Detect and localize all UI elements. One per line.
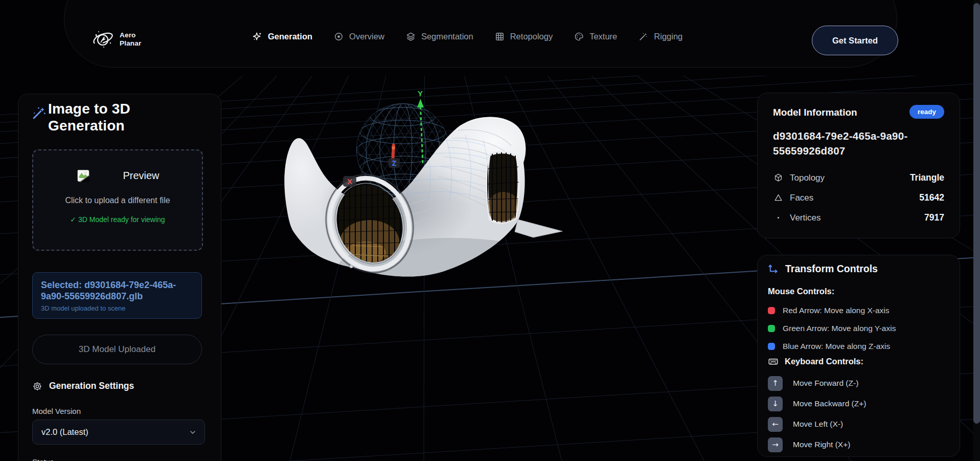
axis-label-x: X — [347, 177, 352, 186]
model-uploaded-button[interactable]: 3D Model Uploaded — [32, 335, 202, 364]
upload-hint: Click to upload a different file — [65, 196, 170, 205]
mouse-control-z: Blue Arrow: Move along Z-axis — [768, 337, 896, 355]
nav-item-retopology[interactable]: Retopology — [495, 32, 553, 41]
arrow-right-key-icon: → — [768, 437, 783, 452]
model-version-select[interactable]: v2.0 (Latest) — [32, 420, 205, 445]
blue-dot-icon — [768, 343, 775, 350]
axis-label-z-chip: Z — [389, 158, 404, 168]
model-ready-note: ✓ 3D Model ready for viewing — [70, 215, 165, 224]
chevron-down-icon — [189, 428, 197, 436]
arrow-up-key-icon: ↑ — [768, 376, 783, 391]
gear-icon — [32, 381, 42, 391]
status-badge: ready — [909, 105, 944, 119]
model-version-label: Model Version — [32, 407, 81, 415]
planet-logo-icon — [91, 28, 115, 51]
page-title: Image to 3D Generation — [48, 100, 176, 134]
keyboard-controls-header: Keyboard Controls: — [768, 356, 863, 367]
model-info-panel: Model Information ready d9301684-79e2-46… — [757, 93, 960, 238]
keyboard-controls-title: Keyboard Controls: — [785, 357, 863, 366]
axis-label-x-chip: X — [343, 176, 356, 187]
status-section-label: Status — [32, 457, 54, 461]
arrow-down-key-icon: ↓ — [768, 397, 783, 411]
keyboard-control-right: → Move Right (X+) — [768, 434, 866, 455]
scrollbar-thumb[interactable] — [973, 3, 980, 424]
palette-icon — [574, 32, 584, 41]
cube-icon — [773, 173, 783, 183]
building-fin — [515, 219, 562, 237]
keyboard-icon — [768, 356, 779, 367]
upload-dropzone[interactable]: Preview Click to upload a different file… — [32, 149, 203, 251]
right-glass-opening — [486, 151, 520, 225]
transform-controls-title: Transform Controls — [785, 263, 878, 275]
axis-label-z: Z — [392, 159, 397, 167]
generation-settings-header: Generation Settings — [32, 381, 134, 391]
generation-panel: Image to 3D Generation Preview Click to … — [18, 94, 221, 461]
eye-icon — [334, 32, 344, 41]
arrow-left-key-icon: ← — [768, 417, 783, 432]
triangle-icon — [773, 193, 783, 203]
selected-file-status: 3D model uploaded to scene — [41, 304, 193, 312]
layers-icon — [406, 32, 416, 41]
model-id: d9301684-79e2-465a-9a90-55659926d807 — [773, 129, 931, 158]
selected-file-name: Selected: d9301684-79e2-465a-9a90-556599… — [41, 279, 184, 302]
nav-item-rigging[interactable]: Rigging — [639, 32, 682, 41]
nav-item-generation[interactable]: Generation — [252, 31, 312, 41]
info-row-vertices: Vertices 7917 — [773, 208, 944, 228]
keyboard-control-forward: ↑ Move Forward (Z-) — [768, 373, 866, 393]
keyboard-control-backward: ↓ Move Backward (Z+) — [768, 393, 866, 414]
selected-file-box: Selected: d9301684-79e2-465a-9a90-556599… — [32, 272, 202, 319]
model-version-value: v2.0 (Latest) — [41, 427, 88, 437]
transform-controls-panel: Transform Controls Mouse Controls: Red A… — [757, 255, 960, 457]
brand-logo[interactable]: Aero Planar — [91, 28, 141, 51]
info-row-topology: Topology Triangle — [773, 168, 944, 188]
main-nav: Generation Overview Segmentation — [252, 31, 682, 41]
grid-icon — [495, 32, 505, 41]
model-info-rows: Topology Triangle Faces 51642 Vert — [773, 168, 944, 228]
get-started-button[interactable]: Get Started — [812, 26, 898, 55]
app-window: Y Z X — [0, 0, 980, 461]
nav-item-texture[interactable]: Texture — [574, 32, 617, 41]
brand-name: Aero Planar — [120, 31, 141, 48]
nav-item-overview[interactable]: Overview — [334, 32, 384, 41]
image-preview-icon — [76, 169, 91, 183]
mouse-control-x: Red Arrow: Move along X-axis — [768, 301, 896, 319]
mouse-controls-title: Mouse Controls: — [768, 287, 834, 296]
nav-item-segmentation[interactable]: Segmentation — [406, 32, 473, 41]
axis-label-y: Y — [418, 89, 423, 98]
mouse-control-y: Green Arrow: Move along Y-axis — [768, 319, 896, 337]
green-dot-icon — [768, 325, 775, 332]
building-model — [256, 74, 590, 299]
magic-wand-icon — [31, 105, 47, 121]
generation-settings-title: Generation Settings — [49, 381, 134, 391]
info-row-faces: Faces 51642 — [773, 188, 944, 208]
dot-icon — [773, 213, 783, 223]
model-info-title: Model Information — [773, 107, 857, 118]
wand-icon — [639, 32, 648, 41]
red-dot-icon — [768, 307, 775, 314]
preview-label: Preview — [123, 170, 159, 182]
sparkle-icon — [252, 31, 262, 41]
keyboard-control-left: ← Move Left (X-) — [768, 414, 866, 434]
axes-icon — [767, 263, 779, 275]
